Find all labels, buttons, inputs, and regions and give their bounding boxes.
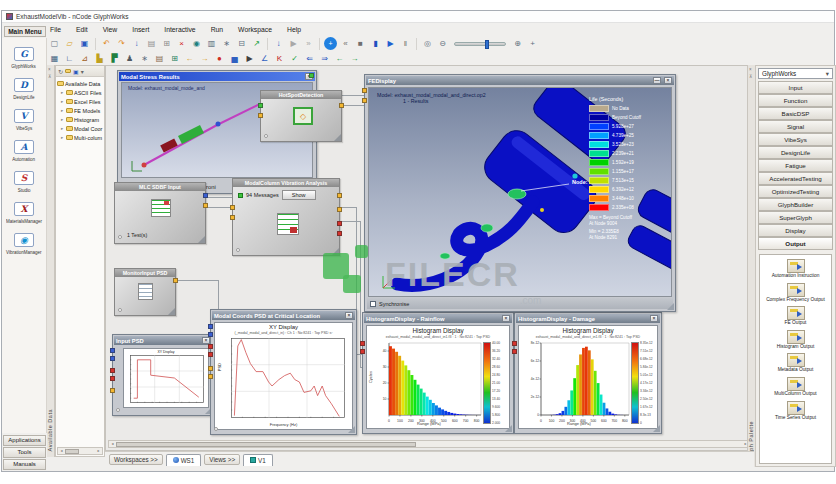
main-menu-header[interactable]: Main Menu: [4, 26, 46, 37]
input-port[interactable]: [362, 88, 367, 93]
tab-v1[interactable]: V1: [243, 454, 273, 466]
zoom-in-icon[interactable]: ⊕: [511, 37, 524, 50]
close-icon[interactable]: ×: [650, 315, 658, 322]
forward-blue-arrow-icon[interactable]: ⇒: [318, 52, 331, 65]
fit-view-icon[interactable]: +: [526, 37, 539, 50]
fe-display-title-bar[interactable]: FEDisplay — ×: [366, 76, 674, 85]
input-port[interactable]: [230, 215, 235, 220]
hist-rainflow-title-bar[interactable]: HistogramDisplay - Rainflow ×: [364, 314, 512, 323]
input-port[interactable]: [258, 113, 263, 118]
palette-category-output[interactable]: Output: [758, 237, 833, 250]
dropdown-icon[interactable]: ▾: [81, 68, 84, 75]
redo-icon[interactable]: ↷: [115, 37, 128, 50]
palette-category-acceleratedtesting[interactable]: AcceleratedTesting: [758, 172, 833, 185]
close-icon[interactable]: ×: [664, 77, 672, 84]
resize-corner[interactable]: [332, 248, 339, 255]
palette-category-glyphbuilder[interactable]: GlyphBuilder: [758, 198, 833, 211]
scroll-thumb[interactable]: [116, 442, 416, 447]
zoom-mode-icon[interactable]: ◎: [421, 37, 434, 50]
output-port[interactable]: [203, 193, 208, 198]
expand-icon[interactable]: ▸: [61, 108, 65, 113]
palette-item-automation-instruction[interactable]: Automation Instruction: [760, 259, 831, 279]
menu-insert[interactable]: Insert: [130, 25, 151, 34]
monitor-input-psd-glyph[interactable]: MonitorInput PSD: [114, 268, 176, 316]
views-button[interactable]: Views >>: [204, 454, 240, 465]
input-port[interactable]: [208, 324, 213, 329]
sidebar-item-vibrationmanager[interactable]: ◉VibrationManager: [2, 233, 46, 255]
hist-damage-title-bar[interactable]: HistogramDisplay - Damage ×: [516, 314, 660, 323]
palette-category-function[interactable]: Function: [758, 94, 833, 107]
redo-green-arrow-icon[interactable]: →: [348, 52, 361, 65]
input-port[interactable]: [208, 332, 213, 337]
palette-item-time-series-output[interactable]: Time Series Output: [760, 401, 831, 421]
canvas-hscrollbar[interactable]: ◂ ▸: [108, 440, 750, 448]
title-bar[interactable]: ExhaustModelVib - nCode GlyphWorks: [2, 11, 834, 23]
palette-item-fe-output[interactable]: FE Output: [760, 306, 831, 326]
pin-icon[interactable]: ⊼: [48, 74, 51, 79]
add-glyph-icon[interactable]: +: [324, 37, 337, 50]
tree-item-modal-coor[interactable]: ▸Modal Coor: [57, 124, 103, 133]
settings-gear-icon[interactable]: ∗: [220, 37, 233, 50]
input-port[interactable]: [512, 341, 517, 346]
hotspot-detection-glyph[interactable]: HotSpotDetection ◇: [260, 90, 342, 142]
meta-chart-icon[interactable]: ▛: [108, 52, 121, 65]
available-data-docktab[interactable]: × ⊼ Available Data: [47, 65, 55, 457]
folder-icon[interactable]: [65, 69, 71, 73]
select-cursor-icon[interactable]: ▶: [243, 52, 256, 65]
tree-item-excel-files[interactable]: ▸Excel Files: [57, 97, 103, 106]
tab-ws1[interactable]: WS1: [166, 454, 202, 466]
export-icon[interactable]: ↗: [250, 37, 263, 50]
open-folder-icon[interactable]: ▱: [63, 37, 76, 50]
output-port[interactable]: [337, 221, 342, 226]
run-from-icon[interactable]: ▶: [287, 37, 300, 50]
modal-stress-title-bar[interactable]: Modal Stress Results ×: [119, 72, 315, 81]
prev-yellow-arrow-icon[interactable]: ←: [183, 52, 196, 65]
input-port[interactable]: [360, 349, 365, 354]
input-port[interactable]: [208, 344, 213, 349]
palette-item-histogram-output[interactable]: Histogram Output: [760, 330, 831, 350]
tree-root[interactable]: Available Data: [57, 79, 103, 88]
step-icon[interactable]: ▮: [369, 37, 382, 50]
input-port[interactable]: [110, 368, 115, 373]
copy-display-icon[interactable]: ⊞: [168, 52, 181, 65]
tree-hscrollbar[interactable]: ◂ ▸: [57, 447, 103, 455]
expand-icon[interactable]: ▸: [61, 117, 65, 122]
resize-corner[interactable]: [168, 308, 175, 315]
show-messages-button[interactable]: Show: [282, 190, 316, 200]
undo-icon[interactable]: ↶: [100, 37, 113, 50]
expand-icon[interactable]: ▸: [61, 126, 65, 131]
delete-icon[interactable]: ×: [175, 37, 188, 50]
minimize-icon[interactable]: —: [653, 77, 661, 84]
fe-3d-view[interactable]: Model: exhaust_modal_modal_and_direct.op…: [368, 87, 672, 297]
palette-category-input[interactable]: Input: [758, 81, 833, 94]
resize-corner[interactable]: [334, 134, 341, 141]
kurtosis-icon[interactable]: K: [273, 52, 286, 65]
output-port[interactable]: [203, 203, 208, 208]
record-icon[interactable]: ●: [213, 52, 226, 65]
menu-file[interactable]: File: [48, 25, 63, 34]
tree-item-histogram[interactable]: ▸Histogram: [57, 115, 103, 124]
input-port[interactable]: [362, 98, 367, 103]
palette-category-designlife[interactable]: DesignLife: [758, 146, 833, 159]
tree-item-ascii-files[interactable]: ▸ASCII Files: [57, 88, 103, 97]
save-icon[interactable]: ▣: [78, 37, 91, 50]
sidebar-item-designlife[interactable]: DDesignLife: [2, 78, 46, 100]
palette-category-vibesys[interactable]: VibeSys: [758, 133, 833, 146]
palette-category-optimizedtesting[interactable]: OptimizedTesting: [758, 185, 833, 198]
glyph-palette-docktab[interactable]: × ⊼ Glyph Palette: [747, 65, 755, 467]
output-port[interactable]: [309, 73, 314, 78]
run-icon[interactable]: ▶: [384, 37, 397, 50]
palette-item-complex-frequency-output[interactable]: Complex Frequency Output: [760, 283, 831, 303]
expand-icon[interactable]: ▸: [61, 90, 65, 95]
bar-chart-icon[interactable]: ▙: [93, 52, 106, 65]
palette-item-multicolumn-output[interactable]: MultiColumn Output: [760, 377, 831, 397]
mlc-sdbf-input-glyph[interactable]: MLC SDBF Input 1 Test(s): [114, 182, 206, 244]
close-icon[interactable]: ×: [202, 337, 210, 344]
palette-group-dropdown[interactable]: GlyphWorks ▾: [758, 68, 833, 79]
close-icon[interactable]: ×: [502, 315, 510, 322]
tree-item-fe-models[interactable]: ▸FE Models: [57, 106, 103, 115]
chart-display-icon[interactable]: ⊿: [78, 52, 91, 65]
paste-icon[interactable]: ▤: [145, 37, 158, 50]
modal-coords-title-bar[interactable]: Modal Coords PSD at Critical Location ×: [212, 311, 355, 320]
run-through-icon[interactable]: »: [302, 37, 315, 50]
